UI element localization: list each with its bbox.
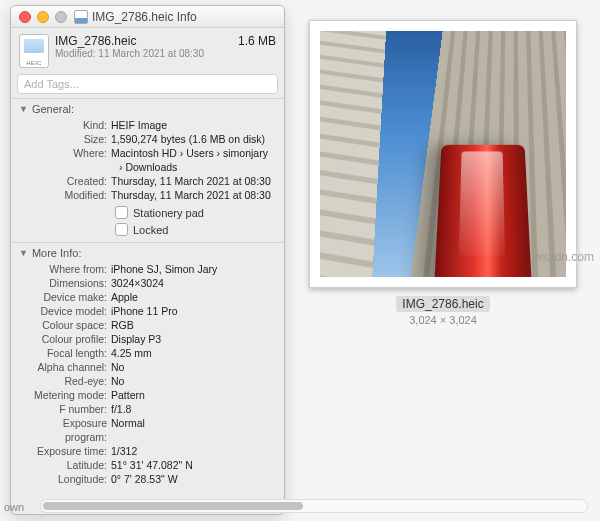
file-size: 1.6 MB (238, 34, 276, 48)
finder-preview: IMG_2786.heic 3,024 × 3,024 (298, 8, 588, 468)
label-fnum: F number: (19, 402, 111, 416)
window-title-text: IMG_2786.heic Info (92, 10, 197, 24)
label-devmake: Device make: (19, 290, 111, 304)
truncated-text: own (4, 501, 24, 513)
file-type-icon (74, 10, 88, 24)
traffic-lights (19, 11, 67, 23)
value-alpha: No (111, 360, 276, 374)
value-devmodel: iPhone 11 Pro (111, 304, 276, 318)
window-title: IMG_2786.heic Info (74, 10, 197, 24)
scrollbar-thumb[interactable] (43, 502, 303, 510)
label-redeye: Red-eye: (19, 374, 111, 388)
stationery-checkbox[interactable] (115, 206, 128, 219)
tags-input[interactable]: Add Tags... (17, 74, 278, 94)
thumbnail-frame[interactable] (309, 20, 577, 288)
label-alpha: Alpha channel: (19, 360, 111, 374)
close-button[interactable] (19, 11, 31, 23)
horizontal-scrollbar[interactable] (40, 499, 588, 513)
section-general-header[interactable]: ▼ General: (19, 103, 276, 115)
value-where: Macintosh HD › Users › simonjary (111, 146, 276, 160)
value-wherefrom: iPhone SJ, Simon Jary (111, 262, 276, 276)
value-where-2: › Downloads (111, 160, 276, 174)
label-kind: Kind: (19, 118, 111, 132)
value-kind: HEIF Image (111, 118, 276, 132)
file-header: IMG_2786.heic Modified: 11 March 2021 at… (11, 28, 284, 70)
label-cprof: Colour profile: (19, 332, 111, 346)
locked-checkbox-row[interactable]: Locked (115, 223, 276, 236)
label-wherefrom: Where from: (19, 262, 111, 276)
value-meter: Pattern (111, 388, 276, 402)
value-flen: 4.25 mm (111, 346, 276, 360)
label-lon: Longitude: (19, 472, 111, 486)
label-size: Size: (19, 132, 111, 146)
label-devmodel: Device model: (19, 304, 111, 318)
locked-label: Locked (133, 224, 168, 236)
section-more-title: More Info: (32, 247, 82, 259)
file-name: IMG_2786.heic (55, 34, 232, 48)
stationery-checkbox-row[interactable]: Stationery pad (115, 206, 276, 219)
label-exptime: Exposure time: (19, 444, 111, 458)
label-flen: Focal length: (19, 346, 111, 360)
value-devmake: Apple (111, 290, 276, 304)
watermark-text: wsxdn.com (534, 250, 594, 264)
file-modified: Modified: 11 March 2021 at 08:30 (55, 48, 232, 59)
label-expprog: Exposure program: (19, 416, 111, 444)
value-lat: 51° 31' 47.082" N (111, 458, 276, 472)
value-expprog: Normal (111, 416, 276, 444)
file-icon (19, 34, 49, 68)
disclosure-triangle-icon[interactable]: ▼ (19, 248, 28, 258)
value-exptime: 1/312 (111, 444, 276, 458)
label-lat: Latitude: (19, 458, 111, 472)
value-lon: 0° 7' 28.53" W (111, 472, 276, 486)
value-dimensions: 3024×3024 (111, 276, 276, 290)
label-where: Where: (19, 146, 111, 160)
section-more-info: ▼ More Info: Where from:iPhone SJ, Simon… (11, 242, 284, 492)
label-dimensions: Dimensions: (19, 276, 111, 290)
section-general: ▼ General: Kind:HEIF Image Size:1,590,27… (11, 98, 284, 242)
preview-filename[interactable]: IMG_2786.heic (396, 296, 489, 312)
label-modified: Modified: (19, 188, 111, 202)
label-created: Created: (19, 174, 111, 188)
minimize-button[interactable] (37, 11, 49, 23)
preview-label: IMG_2786.heic 3,024 × 3,024 (298, 294, 588, 326)
section-more-header[interactable]: ▼ More Info: (19, 247, 276, 259)
zoom-button[interactable] (55, 11, 67, 23)
value-cspace: RGB (111, 318, 276, 332)
preview-dimensions: 3,024 × 3,024 (298, 314, 588, 326)
stationery-label: Stationery pad (133, 207, 204, 219)
value-modified: Thursday, 11 March 2021 at 08:30 (111, 188, 276, 202)
value-fnum: f/1.8 (111, 402, 276, 416)
info-window: IMG_2786.heic Info IMG_2786.heic Modifie… (10, 5, 285, 515)
locked-checkbox[interactable] (115, 223, 128, 236)
label-meter: Metering mode: (19, 388, 111, 402)
value-created: Thursday, 11 March 2021 at 08:30 (111, 174, 276, 188)
value-redeye: No (111, 374, 276, 388)
label-cspace: Colour space: (19, 318, 111, 332)
value-cprof: Display P3 (111, 332, 276, 346)
section-general-title: General: (32, 103, 74, 115)
value-size: 1,590,274 bytes (1.6 MB on disk) (111, 132, 276, 146)
disclosure-triangle-icon[interactable]: ▼ (19, 104, 28, 114)
thumbnail-image (320, 31, 566, 277)
titlebar[interactable]: IMG_2786.heic Info (11, 6, 284, 28)
